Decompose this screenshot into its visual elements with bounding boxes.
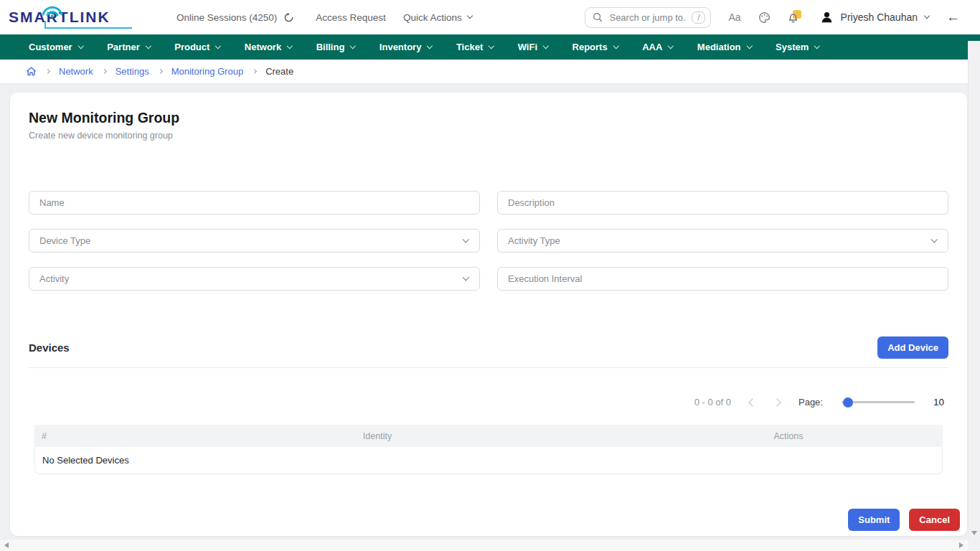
quick-actions-menu[interactable]: Quick Actions	[403, 12, 472, 23]
name-field[interactable]	[29, 191, 480, 215]
breadcrumb-link-settings[interactable]: Settings	[116, 66, 149, 77]
nav-item-customer[interactable]: Customer	[29, 42, 83, 52]
notifications-bell-icon[interactable]	[788, 11, 801, 24]
devices-table-header: # Identity Actions	[34, 425, 943, 447]
execution-interval-input[interactable]	[508, 273, 938, 284]
refresh-sessions-icon[interactable]	[283, 12, 294, 23]
device-type-placeholder: Device Type	[39, 235, 90, 246]
chevron-down-icon	[543, 43, 549, 49]
chevron-down-icon	[462, 274, 468, 281]
nav-item-billing[interactable]: Billing	[316, 42, 355, 52]
nav-item-network[interactable]: Network	[245, 42, 292, 52]
nav-item-mediation[interactable]: Mediation	[697, 42, 751, 52]
nav-item-inventory[interactable]: Inventory	[380, 42, 432, 52]
chevron-down-icon	[613, 43, 619, 49]
breadcrumb-link-network[interactable]: Network	[59, 66, 93, 77]
chevron-down-icon	[215, 43, 221, 49]
page-size-label: Page:	[798, 397, 823, 408]
main-navigation: Customer Partner Product Network Billing…	[0, 34, 980, 60]
breadcrumb-separator	[45, 69, 50, 74]
smartlink-logo[interactable]: SMARTLINK	[9, 9, 149, 26]
submit-button[interactable]: Submit	[848, 509, 900, 531]
name-input[interactable]	[39, 197, 469, 208]
global-search[interactable]: /	[585, 7, 711, 28]
nav-item-ticket[interactable]: Ticket	[456, 42, 494, 52]
devices-section-header: Devices Add Device	[29, 336, 948, 359]
activity-select[interactable]: Activity	[29, 267, 480, 291]
add-device-button[interactable]: Add Device	[877, 336, 948, 359]
device-type-select[interactable]: Device Type	[29, 229, 480, 253]
breadcrumb-current: Create	[265, 66, 293, 77]
breadcrumb-separator	[102, 69, 107, 74]
nav-item-system[interactable]: System	[776, 42, 819, 52]
empty-table-message: No Selected Devices	[42, 455, 129, 466]
chevron-down-icon	[78, 43, 84, 49]
scroll-left-arrow-icon[interactable]	[4, 542, 9, 548]
breadcrumb-separator	[158, 69, 163, 74]
breadcrumb-separator	[252, 69, 257, 74]
chevron-down-icon	[489, 43, 494, 49]
devices-pagination: 0 - 0 of 0 Page: 10	[29, 397, 944, 408]
chevron-down-icon	[466, 13, 472, 19]
chevron-down-icon	[350, 43, 356, 49]
section-divider	[29, 367, 948, 368]
monitoring-group-form-card: New Monitoring Group Create new device m…	[10, 93, 967, 536]
nav-item-aaa[interactable]: AAA	[642, 42, 673, 52]
user-name: Priyesh Chauhan	[841, 11, 918, 23]
form-grid: Device Type Activity Type Activity	[29, 191, 948, 291]
chevron-down-icon	[924, 13, 930, 19]
breadcrumb: Network Settings Monitoring Group Create	[0, 60, 968, 84]
top-header: SMARTLINK Online Sessions (4250) Access …	[0, 0, 980, 34]
scroll-right-arrow-icon[interactable]	[959, 542, 963, 548]
activity-placeholder: Activity	[39, 273, 69, 284]
horizontal-scrollbar[interactable]	[0, 539, 968, 551]
cancel-button[interactable]: Cancel	[909, 509, 960, 531]
execution-interval-field[interactable]	[497, 267, 948, 291]
user-avatar-icon	[820, 11, 834, 24]
scrollbar-corner	[968, 539, 980, 551]
page-content: New Monitoring Group Create new device m…	[0, 84, 968, 536]
chevron-down-icon	[814, 43, 820, 49]
scroll-down-arrow-icon[interactable]	[971, 531, 977, 535]
pagination-range: 0 - 0 of 0	[694, 397, 731, 408]
page-size-slider[interactable]	[842, 397, 915, 408]
empty-table-row: No Selected Devices	[34, 447, 943, 474]
pagination-prev-icon[interactable]	[748, 398, 756, 406]
column-header-index: #	[34, 431, 121, 441]
chevron-down-icon	[287, 43, 293, 49]
chevron-down-icon	[746, 43, 752, 49]
search-icon	[593, 12, 603, 22]
chevron-down-icon	[462, 236, 468, 242]
pagination-next-icon[interactable]	[773, 398, 781, 406]
description-field[interactable]	[497, 191, 948, 215]
form-actions: Submit Cancel	[848, 509, 960, 531]
page-size-value: 10	[933, 397, 944, 408]
theme-palette-icon[interactable]	[758, 11, 771, 24]
logo-underline	[44, 27, 132, 29]
column-header-identity: Identity	[121, 431, 634, 441]
activity-type-select[interactable]: Activity Type	[497, 229, 948, 253]
user-menu[interactable]: Priyesh Chauhan	[820, 11, 929, 24]
page-subtitle: Create new device monitoring group	[29, 131, 948, 141]
logo-underline-tick	[44, 21, 46, 29]
search-input[interactable]	[608, 11, 687, 24]
home-icon[interactable]	[26, 66, 37, 77]
access-request-link[interactable]: Access Request	[316, 12, 386, 23]
activity-type-placeholder: Activity Type	[508, 235, 560, 246]
nav-item-wifi[interactable]: WiFi	[518, 42, 548, 52]
search-shortcut-key: /	[692, 11, 705, 24]
nav-item-reports[interactable]: Reports	[573, 42, 618, 52]
text-size-toggle[interactable]: Aa	[728, 11, 740, 23]
back-arrow-icon[interactable]: ←	[946, 9, 960, 25]
breadcrumb-link-monitoring-group[interactable]: Monitoring Group	[171, 66, 243, 77]
chevron-down-icon	[930, 236, 937, 242]
description-input[interactable]	[508, 197, 938, 208]
quick-actions-label: Quick Actions	[403, 12, 462, 23]
devices-table: # Identity Actions No Selected Devices	[34, 425, 943, 474]
slider-thumb[interactable]	[843, 397, 853, 408]
chevron-down-icon	[427, 43, 433, 49]
nav-item-partner[interactable]: Partner	[107, 42, 150, 52]
nav-item-product[interactable]: Product	[174, 42, 220, 52]
vertical-scrollbar[interactable]	[968, 41, 980, 539]
devices-heading: Devices	[29, 342, 70, 354]
